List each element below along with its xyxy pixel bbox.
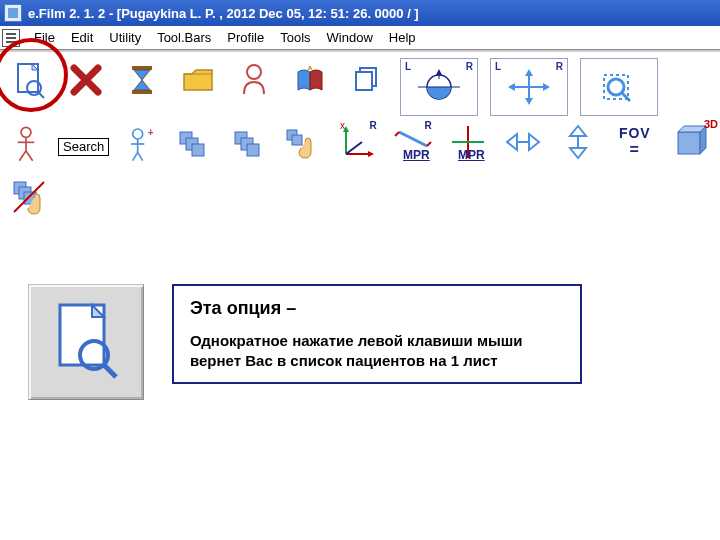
- svg-rect-39: [292, 135, 302, 145]
- menu-help[interactable]: Help: [381, 27, 424, 48]
- svg-point-21: [21, 127, 31, 137]
- toolbar-row-2: Search + x R: [0, 118, 720, 174]
- book-button[interactable]: [288, 58, 332, 102]
- label-r: R: [466, 61, 473, 72]
- title-bar: e.Film 2. 1. 2 - [Pugaykina L. P. , 2012…: [0, 0, 720, 26]
- label-l: L: [495, 61, 501, 72]
- toolbar-row-1: L R L R: [0, 52, 720, 118]
- svg-point-26: [133, 129, 143, 139]
- pan-lr-tool[interactable]: [503, 120, 544, 164]
- svg-marker-51: [529, 134, 539, 150]
- svg-line-30: [138, 152, 143, 160]
- menu-toolbars[interactable]: Tool.Bars: [149, 27, 219, 48]
- svg-rect-7: [356, 72, 372, 90]
- callout-text-box: Эта опция – Однократное нажатие левой кл…: [172, 284, 582, 384]
- stack-pages-button[interactable]: [344, 58, 388, 102]
- orientation-box-1[interactable]: L R: [400, 58, 478, 116]
- svg-line-24: [19, 151, 26, 161]
- svg-marker-53: [570, 126, 586, 136]
- callout-heading: Эта опция –: [190, 298, 564, 319]
- document-icon[interactable]: [2, 29, 20, 47]
- fov-label: FOV: [619, 125, 651, 141]
- svg-line-45: [399, 132, 427, 146]
- stack-hand-cross-tool[interactable]: [8, 174, 52, 218]
- svg-line-29: [133, 152, 138, 160]
- add-patient-tool[interactable]: +: [123, 120, 159, 168]
- axes-tool-1[interactable]: x R: [338, 120, 379, 164]
- mpr-label: MPR: [403, 148, 430, 162]
- svg-marker-15: [525, 98, 533, 105]
- svg-marker-44: [368, 151, 374, 157]
- app-icon: [4, 4, 22, 22]
- window-title: e.Film 2. 1. 2 - [Pugaykina L. P. , 2012…: [28, 6, 419, 21]
- orientation-box-2[interactable]: L R: [490, 58, 568, 116]
- pan-ud-tool[interactable]: [558, 120, 599, 164]
- svg-point-19: [608, 79, 624, 95]
- svg-line-42: [346, 142, 362, 154]
- menu-window[interactable]: Window: [319, 27, 381, 48]
- menu-tools[interactable]: Tools: [272, 27, 318, 48]
- mpr-tool-2[interactable]: MPR: [448, 120, 489, 164]
- layout-grid-1[interactable]: [173, 120, 214, 164]
- folder-button[interactable]: [176, 58, 220, 102]
- menu-bar: File Edit Utility Tool.Bars Profile Tool…: [0, 26, 720, 50]
- label-r: R: [556, 61, 563, 72]
- fov-eq: =: [630, 141, 640, 159]
- patients-tool[interactable]: [8, 120, 44, 168]
- svg-rect-34: [192, 144, 204, 156]
- search-label[interactable]: Search: [58, 138, 109, 156]
- svg-marker-14: [525, 69, 533, 76]
- silhouette-button[interactable]: [232, 58, 276, 102]
- svg-text:+: +: [148, 127, 154, 138]
- svg-marker-17: [543, 83, 550, 91]
- 3d-tool[interactable]: 3D: [671, 120, 712, 164]
- svg-rect-56: [678, 132, 700, 154]
- svg-rect-4: [132, 90, 152, 94]
- callout-region: Эта опция – Однократное нажатие левой кл…: [0, 284, 720, 400]
- svg-marker-50: [507, 134, 517, 150]
- label-l: L: [405, 61, 411, 72]
- callout-big-icon: [28, 284, 144, 400]
- menu-profile[interactable]: Profile: [219, 27, 272, 48]
- menu-file[interactable]: File: [26, 27, 63, 48]
- zoom-box[interactable]: [580, 58, 658, 116]
- svg-marker-16: [508, 83, 515, 91]
- menu-utility[interactable]: Utility: [101, 27, 149, 48]
- mpr-label: MPR: [458, 148, 485, 162]
- mpr-tool-1[interactable]: R MPR: [393, 120, 434, 164]
- svg-point-5: [247, 65, 261, 79]
- svg-rect-37: [247, 144, 259, 156]
- svg-line-46: [395, 132, 399, 136]
- fov-tool[interactable]: FOV =: [612, 120, 657, 164]
- svg-line-25: [26, 151, 33, 161]
- close-x-button[interactable]: [64, 58, 108, 102]
- svg-rect-3: [132, 66, 152, 70]
- menu-edit[interactable]: Edit: [63, 27, 101, 48]
- svg-line-47: [427, 142, 431, 146]
- svg-marker-11: [436, 69, 442, 75]
- svg-marker-54: [570, 148, 586, 158]
- toolbar-row-3: [0, 174, 720, 220]
- 3d-label: 3D: [704, 118, 718, 130]
- callout-body: Однократное нажатие левой клавиши мыши в…: [190, 331, 564, 370]
- hourglass-button[interactable]: [120, 58, 164, 102]
- layout-grid-hand[interactable]: [283, 120, 324, 164]
- svg-line-2: [39, 93, 44, 98]
- svg-line-63: [104, 365, 116, 377]
- patient-list-button[interactable]: [8, 58, 52, 102]
- layout-grid-2[interactable]: [228, 120, 269, 164]
